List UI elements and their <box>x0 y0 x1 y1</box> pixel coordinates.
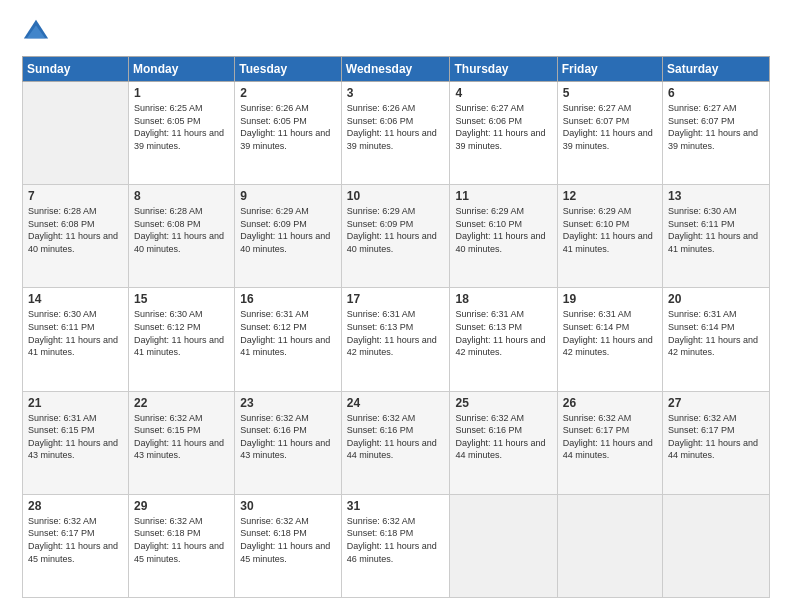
day-number: 13 <box>668 189 764 203</box>
day-info: Sunrise: 6:31 AM Sunset: 6:15 PM Dayligh… <box>28 412 123 462</box>
day-info: Sunrise: 6:30 AM Sunset: 6:11 PM Dayligh… <box>28 308 123 358</box>
day-cell: 13Sunrise: 6:30 AM Sunset: 6:11 PM Dayli… <box>663 185 770 288</box>
day-cell <box>23 82 129 185</box>
day-info: Sunrise: 6:31 AM Sunset: 6:12 PM Dayligh… <box>240 308 336 358</box>
day-info: Sunrise: 6:25 AM Sunset: 6:05 PM Dayligh… <box>134 102 229 152</box>
day-info: Sunrise: 6:31 AM Sunset: 6:14 PM Dayligh… <box>563 308 657 358</box>
day-number: 30 <box>240 499 336 513</box>
day-cell: 3Sunrise: 6:26 AM Sunset: 6:06 PM Daylig… <box>341 82 450 185</box>
day-cell: 22Sunrise: 6:32 AM Sunset: 6:15 PM Dayli… <box>129 391 235 494</box>
calendar-body: 1Sunrise: 6:25 AM Sunset: 6:05 PM Daylig… <box>23 82 770 598</box>
day-cell: 4Sunrise: 6:27 AM Sunset: 6:06 PM Daylig… <box>450 82 557 185</box>
day-info: Sunrise: 6:27 AM Sunset: 6:07 PM Dayligh… <box>668 102 764 152</box>
day-number: 9 <box>240 189 336 203</box>
day-number: 19 <box>563 292 657 306</box>
day-info: Sunrise: 6:28 AM Sunset: 6:08 PM Dayligh… <box>28 205 123 255</box>
day-number: 10 <box>347 189 445 203</box>
day-info: Sunrise: 6:32 AM Sunset: 6:17 PM Dayligh… <box>668 412 764 462</box>
day-info: Sunrise: 6:32 AM Sunset: 6:16 PM Dayligh… <box>240 412 336 462</box>
day-cell: 6Sunrise: 6:27 AM Sunset: 6:07 PM Daylig… <box>663 82 770 185</box>
page: SundayMondayTuesdayWednesdayThursdayFrid… <box>0 0 792 612</box>
day-info: Sunrise: 6:27 AM Sunset: 6:07 PM Dayligh… <box>563 102 657 152</box>
day-cell: 26Sunrise: 6:32 AM Sunset: 6:17 PM Dayli… <box>557 391 662 494</box>
day-number: 4 <box>455 86 551 100</box>
day-cell <box>557 494 662 597</box>
day-info: Sunrise: 6:32 AM Sunset: 6:15 PM Dayligh… <box>134 412 229 462</box>
day-number: 25 <box>455 396 551 410</box>
day-cell: 16Sunrise: 6:31 AM Sunset: 6:12 PM Dayli… <box>235 288 342 391</box>
day-cell: 19Sunrise: 6:31 AM Sunset: 6:14 PM Dayli… <box>557 288 662 391</box>
header-cell-monday: Monday <box>129 57 235 82</box>
day-info: Sunrise: 6:30 AM Sunset: 6:11 PM Dayligh… <box>668 205 764 255</box>
day-number: 15 <box>134 292 229 306</box>
day-number: 29 <box>134 499 229 513</box>
logo <box>22 18 54 46</box>
day-number: 27 <box>668 396 764 410</box>
day-cell: 20Sunrise: 6:31 AM Sunset: 6:14 PM Dayli… <box>663 288 770 391</box>
header-row: SundayMondayTuesdayWednesdayThursdayFrid… <box>23 57 770 82</box>
day-cell: 23Sunrise: 6:32 AM Sunset: 6:16 PM Dayli… <box>235 391 342 494</box>
day-cell <box>663 494 770 597</box>
day-cell: 21Sunrise: 6:31 AM Sunset: 6:15 PM Dayli… <box>23 391 129 494</box>
day-number: 21 <box>28 396 123 410</box>
day-cell: 10Sunrise: 6:29 AM Sunset: 6:09 PM Dayli… <box>341 185 450 288</box>
day-cell: 24Sunrise: 6:32 AM Sunset: 6:16 PM Dayli… <box>341 391 450 494</box>
day-info: Sunrise: 6:31 AM Sunset: 6:13 PM Dayligh… <box>455 308 551 358</box>
day-info: Sunrise: 6:29 AM Sunset: 6:10 PM Dayligh… <box>455 205 551 255</box>
day-info: Sunrise: 6:32 AM Sunset: 6:16 PM Dayligh… <box>455 412 551 462</box>
day-info: Sunrise: 6:31 AM Sunset: 6:13 PM Dayligh… <box>347 308 445 358</box>
day-cell: 17Sunrise: 6:31 AM Sunset: 6:13 PM Dayli… <box>341 288 450 391</box>
day-info: Sunrise: 6:32 AM Sunset: 6:18 PM Dayligh… <box>134 515 229 565</box>
week-row-0: 1Sunrise: 6:25 AM Sunset: 6:05 PM Daylig… <box>23 82 770 185</box>
day-cell: 1Sunrise: 6:25 AM Sunset: 6:05 PM Daylig… <box>129 82 235 185</box>
day-number: 16 <box>240 292 336 306</box>
day-cell: 29Sunrise: 6:32 AM Sunset: 6:18 PM Dayli… <box>129 494 235 597</box>
day-number: 1 <box>134 86 229 100</box>
day-number: 28 <box>28 499 123 513</box>
week-row-1: 7Sunrise: 6:28 AM Sunset: 6:08 PM Daylig… <box>23 185 770 288</box>
day-number: 6 <box>668 86 764 100</box>
day-info: Sunrise: 6:32 AM Sunset: 6:17 PM Dayligh… <box>563 412 657 462</box>
day-number: 2 <box>240 86 336 100</box>
day-info: Sunrise: 6:27 AM Sunset: 6:06 PM Dayligh… <box>455 102 551 152</box>
day-number: 23 <box>240 396 336 410</box>
day-info: Sunrise: 6:26 AM Sunset: 6:05 PM Dayligh… <box>240 102 336 152</box>
day-number: 31 <box>347 499 445 513</box>
day-number: 18 <box>455 292 551 306</box>
header-cell-sunday: Sunday <box>23 57 129 82</box>
day-cell: 25Sunrise: 6:32 AM Sunset: 6:16 PM Dayli… <box>450 391 557 494</box>
day-number: 22 <box>134 396 229 410</box>
day-cell: 31Sunrise: 6:32 AM Sunset: 6:18 PM Dayli… <box>341 494 450 597</box>
week-row-3: 21Sunrise: 6:31 AM Sunset: 6:15 PM Dayli… <box>23 391 770 494</box>
header-cell-wednesday: Wednesday <box>341 57 450 82</box>
calendar-table: SundayMondayTuesdayWednesdayThursdayFrid… <box>22 56 770 598</box>
day-number: 11 <box>455 189 551 203</box>
header-cell-saturday: Saturday <box>663 57 770 82</box>
day-cell: 5Sunrise: 6:27 AM Sunset: 6:07 PM Daylig… <box>557 82 662 185</box>
calendar-header: SundayMondayTuesdayWednesdayThursdayFrid… <box>23 57 770 82</box>
day-cell: 18Sunrise: 6:31 AM Sunset: 6:13 PM Dayli… <box>450 288 557 391</box>
day-info: Sunrise: 6:26 AM Sunset: 6:06 PM Dayligh… <box>347 102 445 152</box>
day-info: Sunrise: 6:29 AM Sunset: 6:09 PM Dayligh… <box>347 205 445 255</box>
day-info: Sunrise: 6:32 AM Sunset: 6:18 PM Dayligh… <box>240 515 336 565</box>
day-cell: 14Sunrise: 6:30 AM Sunset: 6:11 PM Dayli… <box>23 288 129 391</box>
day-number: 26 <box>563 396 657 410</box>
day-cell: 8Sunrise: 6:28 AM Sunset: 6:08 PM Daylig… <box>129 185 235 288</box>
day-cell: 27Sunrise: 6:32 AM Sunset: 6:17 PM Dayli… <box>663 391 770 494</box>
day-cell: 30Sunrise: 6:32 AM Sunset: 6:18 PM Dayli… <box>235 494 342 597</box>
day-number: 24 <box>347 396 445 410</box>
day-cell: 15Sunrise: 6:30 AM Sunset: 6:12 PM Dayli… <box>129 288 235 391</box>
day-info: Sunrise: 6:29 AM Sunset: 6:09 PM Dayligh… <box>240 205 336 255</box>
day-number: 5 <box>563 86 657 100</box>
day-number: 17 <box>347 292 445 306</box>
day-cell: 2Sunrise: 6:26 AM Sunset: 6:05 PM Daylig… <box>235 82 342 185</box>
day-info: Sunrise: 6:31 AM Sunset: 6:14 PM Dayligh… <box>668 308 764 358</box>
week-row-4: 28Sunrise: 6:32 AM Sunset: 6:17 PM Dayli… <box>23 494 770 597</box>
day-number: 7 <box>28 189 123 203</box>
day-info: Sunrise: 6:28 AM Sunset: 6:08 PM Dayligh… <box>134 205 229 255</box>
day-cell: 11Sunrise: 6:29 AM Sunset: 6:10 PM Dayli… <box>450 185 557 288</box>
header-cell-friday: Friday <box>557 57 662 82</box>
header-cell-tuesday: Tuesday <box>235 57 342 82</box>
header <box>22 18 770 46</box>
day-cell <box>450 494 557 597</box>
